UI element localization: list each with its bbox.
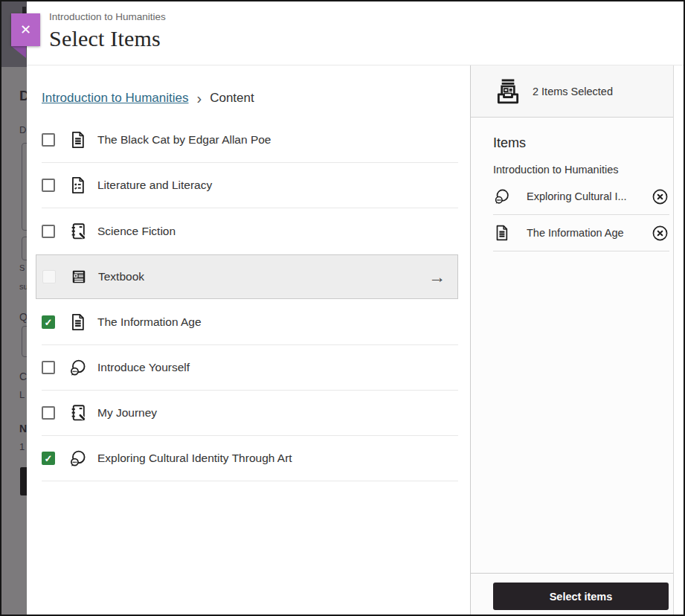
- selected-item-row: Exploring Cultural I...: [493, 179, 669, 215]
- backdrop-text-fragment: S: [19, 263, 25, 272]
- item-label: My Journey: [97, 406, 157, 420]
- list-item: Exploring Cultural Identity Through Art …: [42, 436, 458, 481]
- panel-footer: Select items: [471, 573, 673, 615]
- discussion-icon: [493, 187, 511, 205]
- breadcrumb-current: Content: [210, 91, 254, 106]
- item-label: Literature and Literacy: [97, 179, 212, 192]
- select-items-dialog: ✕ Introduction to Humanities Select Item…: [27, 1, 684, 615]
- backdrop-text-fragment: L: [19, 389, 25, 400]
- list-item: Literature and Literacy →: [42, 163, 458, 208]
- selected-item-row: The Information Age: [493, 215, 669, 251]
- dialog-body: Introduction to Humanities › Content The…: [27, 65, 684, 615]
- content-list-area: Introduction to Humanities › Content The…: [27, 65, 470, 615]
- close-button[interactable]: ✕: [11, 13, 40, 46]
- folder-row[interactable]: Textbook →: [36, 254, 458, 299]
- discussion-icon: [68, 358, 88, 377]
- items-heading: Items: [493, 135, 668, 151]
- document-icon: [493, 224, 511, 242]
- breadcrumb: Introduction to Humanities › Content: [42, 88, 458, 109]
- selection-summary-label: 2 Items Selected: [533, 86, 613, 97]
- discussion-icon: [68, 449, 88, 468]
- list-item: Introduce Yourself →: [42, 345, 458, 391]
- item-checkbox[interactable]: [42, 225, 55, 238]
- item-label: Science Fiction: [97, 225, 176, 238]
- selected-items-list: Exploring Cultural I... The Information …: [493, 179, 668, 251]
- item-checkbox[interactable]: [42, 452, 55, 465]
- select-items-dialog-screen: DDSsuQCLN1 ✕ Introduction to Humanities …: [0, 0, 685, 616]
- journal-icon: [68, 222, 88, 241]
- breadcrumb-course-link[interactable]: Introduction to Humanities: [42, 91, 189, 106]
- item-label: Exploring Cultural Identity Through Art: [97, 452, 292, 465]
- course-context-label: Introduction to Humanities: [49, 11, 684, 22]
- dialog-header: ✕ Introduction to Humanities Select Item…: [27, 1, 684, 65]
- item-checkbox[interactable]: [42, 406, 55, 420]
- remove-item-button[interactable]: [651, 187, 669, 206]
- item-label: The Information Age: [97, 315, 202, 329]
- assessment-icon: [68, 176, 88, 195]
- journal-icon: [68, 403, 88, 423]
- chevron-right-icon: ›: [197, 91, 202, 106]
- selected-items-panel: 2 Items Selected Items Introduction to H…: [470, 65, 673, 615]
- backdrop-text-fragment: D: [19, 124, 26, 135]
- item-checkbox[interactable]: [42, 179, 55, 192]
- modal-backdrop: DDSsuQCLN1: [1, 1, 28, 615]
- backdrop-text-fragment: N: [19, 423, 27, 434]
- selected-item-label: The Information Age: [527, 227, 645, 239]
- backdrop-text-fragment: 1: [19, 441, 25, 452]
- remove-item-button[interactable]: [651, 224, 669, 243]
- selected-item-label: Exploring Cultural I...: [527, 190, 645, 202]
- content-folder-icon: [69, 267, 89, 286]
- select-items-button[interactable]: Select items: [493, 583, 669, 610]
- item-checkbox[interactable]: [42, 133, 55, 147]
- list-item: Science Fiction →: [42, 208, 458, 254]
- arrow-right-icon: →: [428, 269, 446, 286]
- list-item: The Information Age →: [42, 300, 458, 345]
- header-texts: Introduction to Humanities Select Items: [27, 1, 684, 51]
- scrollbar-gutter[interactable]: [673, 65, 684, 615]
- panel-course-name: Introduction to Humanities: [493, 164, 668, 176]
- item-checkbox[interactable]: [42, 361, 55, 374]
- list-item: The Black Cat by Edgar Allan Poe →: [42, 118, 458, 163]
- selected-items-section: Items Introduction to Humanities Explori…: [471, 118, 673, 251]
- item-checkbox[interactable]: [42, 315, 55, 329]
- document-icon: [68, 130, 88, 150]
- content-list: The Black Cat by Edgar Allan Poe → Liter…: [42, 118, 458, 481]
- item-checkbox: [42, 270, 56, 283]
- dialog-title: Select Items: [49, 26, 684, 51]
- item-label: The Black Cat by Edgar Allan Poe: [97, 133, 271, 147]
- item-label: Textbook: [98, 270, 144, 283]
- backdrop-text-fragment: C: [19, 370, 27, 382]
- document-icon: [68, 312, 88, 332]
- item-label: Introduce Yourself: [97, 361, 190, 374]
- collect-tray-icon: [493, 77, 523, 106]
- list-item: My Journey →: [42, 391, 458, 436]
- selection-summary-banner: 2 Items Selected: [471, 65, 673, 118]
